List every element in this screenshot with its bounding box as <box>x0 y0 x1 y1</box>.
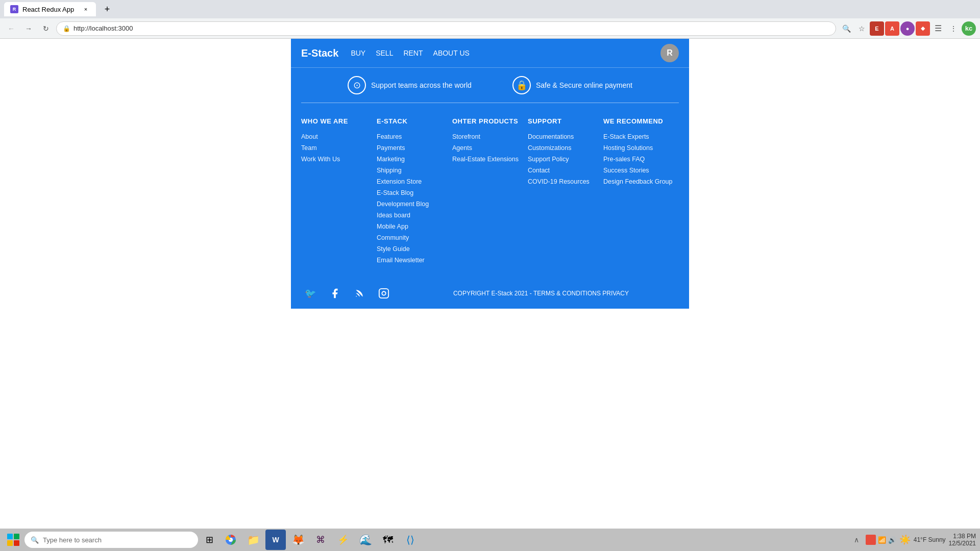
reload-button[interactable]: ↻ <box>39 21 53 36</box>
other-products-title: OHTER PRODUCTS <box>452 117 528 125</box>
footer-col-estack: E-STACK Features Payments Marketing Ship… <box>377 117 452 268</box>
who-link-team[interactable]: Team <box>301 144 377 152</box>
new-tab-button[interactable]: + <box>100 2 114 16</box>
footer-col-who-we-are: WHO WE ARE About Team Work With Us <box>301 117 377 268</box>
taskbar: 🔍 Type here to search ⊞ 📁 W 🦊 ⌘ ⚡ 🌊 🗺 ⟨⟩… <box>0 529 980 551</box>
nav-buy[interactable]: BUY <box>351 49 365 57</box>
taskbar-maps[interactable]: 🗺 <box>378 530 398 550</box>
estack-link-payments[interactable]: Payments <box>377 144 452 152</box>
extension2-icon[interactable]: A <box>885 21 899 36</box>
estack-link-blog[interactable]: E-Stack Blog <box>377 189 452 196</box>
user-avatar[interactable]: R <box>660 44 679 62</box>
support-link-docs[interactable]: Documentations <box>528 133 603 140</box>
address-bar[interactable]: 🔒 http://localhost:3000 <box>56 21 836 36</box>
estack-link-newsletter[interactable]: Email Newsletter <box>377 257 452 264</box>
bookmark-icon[interactable]: ☆ <box>854 21 869 36</box>
rec-link-experts[interactable]: E-Stack Experts <box>603 133 679 140</box>
rec-link-design[interactable]: Design Feedback Group <box>603 178 679 185</box>
tray-icon1[interactable] <box>866 535 876 545</box>
taskbar-slack[interactable]: ⌘ <box>310 530 331 550</box>
support-link-customizations[interactable]: Customizations <box>528 144 603 152</box>
nav-about-us[interactable]: ABOUT US <box>433 49 470 57</box>
start-button[interactable] <box>4 531 22 549</box>
back-button[interactable]: ← <box>4 21 18 36</box>
support-link-contact[interactable]: Contact <box>528 167 603 174</box>
footer-col-support: SUPPORT Documentations Customizations Su… <box>528 117 603 268</box>
rec-link-presales[interactable]: Pre-sales FAQ <box>603 156 679 163</box>
tab-favicon: R <box>10 5 18 13</box>
estack-link-community[interactable]: Community <box>377 234 452 241</box>
taskbar-vscode[interactable]: ⟨⟩ <box>400 530 421 550</box>
taskbar-word[interactable]: W <box>265 530 286 550</box>
support-icon: ⊙ <box>348 76 366 94</box>
info-bar: ⊙ Support teams across the world 🔒 Safe … <box>291 67 689 103</box>
rec-link-hosting[interactable]: Hosting Solutions <box>603 144 679 152</box>
facebook-icon[interactable] <box>326 284 344 303</box>
estack-link-shipping[interactable]: Shipping <box>377 167 452 174</box>
estack-link-marketing[interactable]: Marketing <box>377 156 452 163</box>
who-we-are-title: WHO WE ARE <box>301 117 377 125</box>
settings-icon[interactable]: ⋮ <box>946 21 961 36</box>
extension3-icon[interactable]: ● <box>900 21 915 36</box>
extension4-icon[interactable]: ◆ <box>916 21 930 36</box>
taskbar-edge[interactable]: 🌊 <box>355 530 376 550</box>
nav-rent[interactable]: RENT <box>403 49 423 57</box>
browser-chrome: R React Redux App × + ← → ↻ 🔒 http://loc… <box>0 0 980 39</box>
active-tab[interactable]: R React Redux App × <box>4 2 96 16</box>
taskbar-search-bar[interactable]: 🔍 Type here to search <box>24 532 198 548</box>
taskbar-chrome[interactable] <box>220 530 241 550</box>
extension5-icon[interactable]: ☰ <box>931 21 945 36</box>
clock-date: 12/5/2021 <box>949 540 976 547</box>
search-icon[interactable]: 🔍 <box>839 21 853 36</box>
windows-logo <box>7 534 19 546</box>
tab-title: React Redux App <box>22 6 74 13</box>
who-link-about[interactable]: About <box>301 133 377 140</box>
site-nav-links: BUY SELL RENT ABOUT US <box>351 49 660 57</box>
site-nav: E-Stack BUY SELL RENT ABOUT US R <box>291 39 689 67</box>
estack-link-style[interactable]: Style Guide <box>377 245 452 253</box>
social-icons: 🐦 <box>301 284 393 303</box>
system-tray-icons: ∧ 📶 🔊 <box>849 533 896 547</box>
tray-up[interactable]: ∧ <box>849 533 864 547</box>
rss-icon[interactable] <box>350 284 369 303</box>
browser-profile[interactable]: kc <box>962 21 976 36</box>
instagram-icon[interactable] <box>375 284 393 303</box>
other-link-storefront[interactable]: Storefront <box>452 133 528 140</box>
estack-link-extension-store[interactable]: Extension Store <box>377 178 452 185</box>
tab-close-button[interactable]: × <box>82 5 90 13</box>
taskbar-app6[interactable]: ⚡ <box>333 530 353 550</box>
estack-link-dev-blog[interactable]: Development Blog <box>377 201 452 208</box>
payment-text: Safe & Secure online payment <box>536 81 632 89</box>
forward-button[interactable]: → <box>21 21 36 36</box>
site-container: E-Stack BUY SELL RENT ABOUT US R ⊙ Suppo… <box>291 39 689 309</box>
support-title: SUPPORT <box>528 117 603 125</box>
tray-icon2[interactable]: 📶 <box>878 536 886 544</box>
who-link-work-with-us[interactable]: Work With Us <box>301 156 377 163</box>
estack-link-mobile[interactable]: Mobile App <box>377 223 452 230</box>
tray-icon3[interactable]: 🔊 <box>888 536 896 544</box>
footer: WHO WE ARE About Team Work With Us E-STA… <box>291 105 689 276</box>
twitter-icon[interactable]: 🐦 <box>301 284 320 303</box>
extension1-icon[interactable]: E <box>870 21 884 36</box>
support-link-covid[interactable]: COVID-19 Resources <box>528 178 603 185</box>
taskbar-explorer[interactable]: 📁 <box>243 530 263 550</box>
search-placeholder: Type here to search <box>43 536 102 544</box>
other-link-realestate[interactable]: Real-Estate Extensions <box>452 156 528 163</box>
estack-link-ideas[interactable]: Ideas board <box>377 212 452 219</box>
search-icon: 🔍 <box>31 536 39 544</box>
white-space <box>0 309 980 551</box>
address-url: http://localhost:3000 <box>74 24 133 32</box>
support-link-policy[interactable]: Support Policy <box>528 156 603 163</box>
support-info: ⊙ Support teams across the world <box>348 76 472 94</box>
footer-bottom: 🐦 COPYRIGHT E-Stack 2021 - TERMS & CONDI… <box>291 276 689 309</box>
lock-icon: 🔒 <box>512 76 531 94</box>
rec-link-success[interactable]: Success Stories <box>603 167 679 174</box>
taskbar-app-icons: 📁 W 🦊 ⌘ ⚡ 🌊 🗺 ⟨⟩ <box>220 530 847 550</box>
other-link-agents[interactable]: Agents <box>452 144 528 152</box>
task-view-button[interactable]: ⊞ <box>200 531 218 549</box>
taskbar-right: ∧ 📶 🔊 ☀️ 41°F Sunny 1:38 PM 12/5/2021 <box>849 533 976 547</box>
lock-icon: 🔒 <box>63 25 70 32</box>
estack-link-features[interactable]: Features <box>377 133 452 140</box>
nav-sell[interactable]: SELL <box>376 49 393 57</box>
taskbar-firefox[interactable]: 🦊 <box>288 530 308 550</box>
